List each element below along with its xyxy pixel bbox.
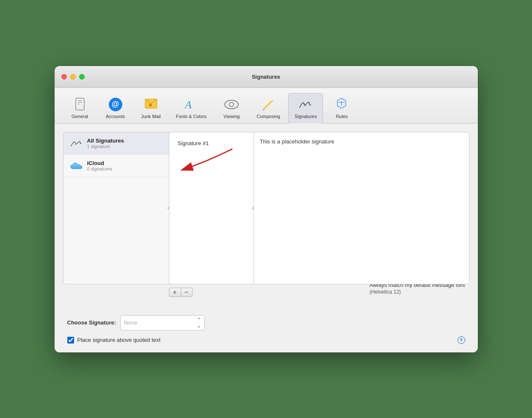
checkbox-row: Place signature above quoted text ? [67,336,465,344]
remove-signature-button[interactable]: − [181,288,193,297]
signature-item[interactable]: Signature #1 [174,138,248,149]
toolbar-item-signatures[interactable]: Signatures [288,93,323,124]
add-signature-button[interactable]: + [169,288,181,297]
all-signatures-icon [69,137,83,150]
svg-line-11 [264,101,272,109]
content-area: All Signatures 1 signature [55,124,478,352]
icloud-count: 0 signatures [87,166,113,171]
signature-preview-panel [254,132,469,284]
icloud-text: iCloud 0 signatures [87,160,113,171]
signatures-icon [298,97,313,112]
close-button[interactable] [61,74,67,80]
signature-panels: All Signatures 1 signature [63,132,469,284]
at-symbol: @ [109,98,122,111]
choose-signature-row: Choose Signature: None ⌃⌄ [67,315,465,330]
toolbar-item-general[interactable]: General [63,93,97,123]
all-signatures-text: All Signatures 1 signature [87,138,124,149]
place-above-label: Place signature above quoted text [77,337,161,343]
junkmail-icon: ✕ [143,97,159,112]
signatures-label: Signatures [295,114,317,119]
junkmail-label: Junk Mail [141,114,160,119]
bottom-controls: Choose Signature: None ⌃⌄ Place signatur… [63,315,469,344]
general-label: General [72,114,88,119]
window-controls [61,74,85,80]
signature-text-area[interactable] [260,138,463,278]
rules-label: Rules [336,114,347,119]
composing-label: Composing [256,114,280,119]
icloud-name: iCloud [87,160,113,166]
help-button[interactable]: ? [458,336,465,344]
choose-signature-label: Choose Signature: [67,319,116,326]
signatures-list-panel: Signature #1 [169,132,254,284]
toolbar: General @ Accounts ✕ Junk Mail [55,88,478,124]
choose-signature-select[interactable]: None ⌃⌄ [120,315,205,330]
toolbar-item-viewing[interactable]: Viewing [215,93,248,123]
titlebar: Signatures [55,66,478,88]
svg-point-10 [229,102,234,107]
maximize-button[interactable] [79,74,85,80]
fonts-label: Fonts & Colors [176,114,207,119]
all-signatures-name: All Signatures [87,138,124,144]
stepper-icon: ⌃⌄ [197,317,201,329]
font-name: (Helvetica 12) [369,289,465,295]
viewing-label: Viewing [223,114,240,119]
svg-point-9 [225,100,238,109]
toolbar-item-junkmail[interactable]: ✕ Junk Mail [134,93,168,123]
toolbar-item-rules[interactable]: Rules [325,93,358,123]
accounts-label: Accounts [106,114,125,119]
all-signatures-count: 1 signature [87,144,124,149]
accounts-panel: All Signatures 1 signature [63,132,169,284]
all-signatures-item[interactable]: All Signatures 1 signature [63,132,169,155]
composing-icon [261,97,276,112]
minimize-button[interactable] [70,74,76,80]
main-window: Signatures General @ Accounts [55,66,478,352]
window-title: Signatures [252,74,280,80]
toolbar-item-accounts[interactable]: @ Accounts [99,93,132,123]
general-icon [72,97,88,112]
icloud-icon [69,159,83,173]
place-above-checkbox[interactable] [67,337,74,344]
viewing-icon [224,97,239,112]
choose-signature-value: None [124,319,137,326]
svg-text:A: A [184,99,192,111]
toolbar-item-fonts[interactable]: A Fonts & Colors [170,93,213,123]
svg-text:✕: ✕ [149,103,152,107]
icloud-item[interactable]: iCloud 0 signatures [63,155,169,177]
rules-icon [334,97,349,112]
svg-line-13 [263,109,264,110]
fonts-icon: A [184,97,199,112]
accounts-icon: @ [108,97,123,112]
toolbar-item-composing[interactable]: Composing [250,93,287,123]
